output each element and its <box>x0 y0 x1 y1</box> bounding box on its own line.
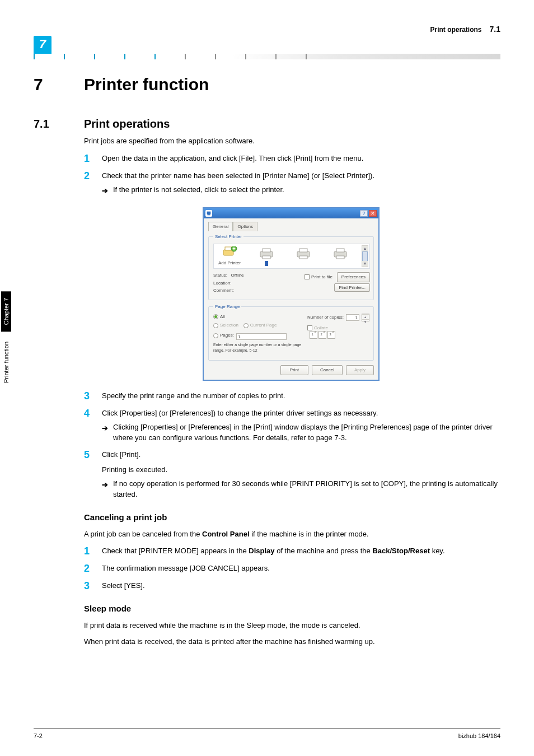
svg-rect-13 <box>336 256 344 259</box>
status-label: Status: <box>213 273 227 278</box>
print-button[interactable]: Print <box>280 365 308 375</box>
radio-all[interactable]: All <box>213 314 225 320</box>
step-2: 2 Check that the printer name has been s… <box>84 171 498 195</box>
copies-input[interactable]: 1 <box>346 314 359 321</box>
step-3: 3 Specify the print range and the number… <box>84 391 498 402</box>
step-3-text: Specify the print range and the number o… <box>102 391 498 402</box>
svg-rect-0 <box>207 212 211 214</box>
side-label: Printer function <box>3 335 10 390</box>
close-button[interactable]: ✕ <box>369 210 377 217</box>
sleep-p2: When print data is received, the data is… <box>84 637 498 647</box>
body-content: Print jobs are specified from the applic… <box>84 136 498 647</box>
printer-3-label <box>340 261 341 266</box>
scroll-down-icon[interactable]: ▾ <box>362 261 368 267</box>
tab-options[interactable]: Options <box>233 222 257 231</box>
procedure-a-cont: 3 Specify the print range and the number… <box>84 391 498 500</box>
help-button[interactable]: ? <box>360 210 368 217</box>
pages-input[interactable]: 1 <box>236 333 287 340</box>
printer-item-2[interactable] <box>289 248 318 266</box>
svg-rect-6 <box>263 249 270 252</box>
radio-pages[interactable]: Pages: <box>213 332 234 339</box>
chapter-badge: 7 <box>34 36 51 54</box>
step-4-sub: ➔ Clicking [Properties] or [Preferences]… <box>102 422 498 444</box>
page-range-legend: Page Range <box>213 304 241 310</box>
printer-2-label <box>303 261 304 266</box>
preferences-button[interactable]: Preferences <box>337 272 370 282</box>
decorative-stripe <box>34 54 500 59</box>
radio-selection-label: Selection <box>220 322 238 329</box>
svg-rect-12 <box>336 249 344 252</box>
printer-list-scrollbar[interactable]: ▴ ▾ <box>362 245 368 268</box>
copies-label: Number of copies: <box>307 314 344 321</box>
radio-selection: Selection <box>213 322 238 329</box>
step-1-text: Open the data in the application, and cl… <box>102 153 498 164</box>
svg-rect-9 <box>299 249 307 252</box>
printer-item-3[interactable] <box>326 248 355 266</box>
svg-rect-3 <box>225 247 232 250</box>
collate-label: Collate <box>314 325 328 332</box>
arrow-icon: ➔ <box>102 186 108 197</box>
printer-item-1[interactable] <box>252 248 281 266</box>
sleep-heading: Sleep mode <box>84 603 498 615</box>
print-to-file-checkbox[interactable]: Print to file <box>305 274 332 281</box>
step-2-sub: ➔ If the printer is not selected, click … <box>102 185 498 195</box>
select-printer-legend: Select Printer <box>213 234 243 240</box>
page: Print operations 7.1 7 7 Printer functio… <box>0 0 534 756</box>
add-printer-label: Add Printer <box>218 260 241 267</box>
step-5-sub-text: If no copy operation is performed for 30… <box>113 479 498 498</box>
header-section-number: 7.1 <box>490 25 500 34</box>
footer-page: 7-2 <box>34 732 43 739</box>
svg-rect-7 <box>263 256 270 259</box>
find-printer-button[interactable]: Find Printer... <box>334 283 370 292</box>
add-printer-item[interactable]: Add Printer <box>215 246 244 267</box>
dialog-titlebar: ? ✕ <box>204 208 378 218</box>
step-5-line2: Printing is executed. <box>102 465 498 475</box>
printer-app-icon <box>205 210 212 217</box>
chapter-badge-row: 7 <box>34 39 500 54</box>
comment-label: Comment: <box>213 287 244 294</box>
cancel-button[interactable]: Cancel <box>312 365 343 375</box>
radio-pages-label: Pages: <box>220 332 234 339</box>
chapter-title: Printer function <box>84 75 209 94</box>
cancel-step-3-text: Select [YES]. <box>102 581 498 591</box>
printer-list[interactable]: Add Printer <box>213 244 370 269</box>
print-dialog-figure: ? ✕ General Options Select Printer <box>203 207 380 381</box>
collate-icon: 1 2 3 <box>310 331 335 339</box>
step-2-text: Check that the printer name has been sel… <box>102 171 498 181</box>
procedure-cancel: 1 Check that [PRINTER MODE] appears in t… <box>84 546 498 591</box>
procedure-a: 1 Open the data in the application, and … <box>84 153 498 195</box>
printer-icon <box>332 248 348 260</box>
chapter-heading: 7 Printer function <box>34 75 500 94</box>
running-header: Print operations 7.1 <box>34 25 500 34</box>
section-number: 7.1 <box>34 118 84 130</box>
cancel-intro: A print job can be canceled from the Con… <box>84 529 498 540</box>
sleep-p1: If print data is received while the mach… <box>84 620 498 631</box>
copies-spinner[interactable]: ▴▾ <box>362 314 369 321</box>
side-tab: Chapter 7 Printer function <box>0 291 12 431</box>
step-5-text: Click [Print]. <box>102 450 498 460</box>
radio-current-page-label: Current Page <box>250 322 277 329</box>
cancel-step-1: 1 Check that [PRINTER MODE] appears in t… <box>84 546 498 557</box>
step-4: 4 Click [Properties] (or [Preferences]) … <box>84 408 498 444</box>
scroll-up-icon[interactable]: ▴ <box>362 246 368 251</box>
print-dialog: ? ✕ General Options Select Printer <box>203 207 380 381</box>
step-5: 5 Click [Print]. Printing is executed. ➔… <box>84 450 498 500</box>
step-1: 1 Open the data in the application, and … <box>84 153 498 164</box>
select-printer-group: Select Printer Add Printer <box>208 234 374 300</box>
step-4-sub-text: Clicking [Properties] or [Preferences] i… <box>113 423 493 442</box>
cancel-step-1-text: Check that [PRINTER MODE] appears in the… <box>102 546 498 557</box>
dialog-tabs: General Options <box>208 222 374 231</box>
printer-1-label <box>265 261 268 266</box>
section-title: Print operations <box>84 118 170 130</box>
step-4-text: Click [Properties] (or [Preferences]) to… <box>102 408 498 419</box>
svg-rect-10 <box>299 256 307 259</box>
chapter-number: 7 <box>34 75 84 94</box>
radio-all-label: All <box>220 314 225 320</box>
intro-paragraph: Print jobs are specified from the applic… <box>84 136 498 147</box>
radio-current-page: Current Page <box>243 322 277 329</box>
tab-general[interactable]: General <box>208 222 233 231</box>
print-to-file-label: Print to file <box>311 274 332 281</box>
arrow-icon: ➔ <box>102 480 108 491</box>
status-value: Offline <box>231 273 244 278</box>
footer-product: bizhub 184/164 <box>458 732 500 739</box>
